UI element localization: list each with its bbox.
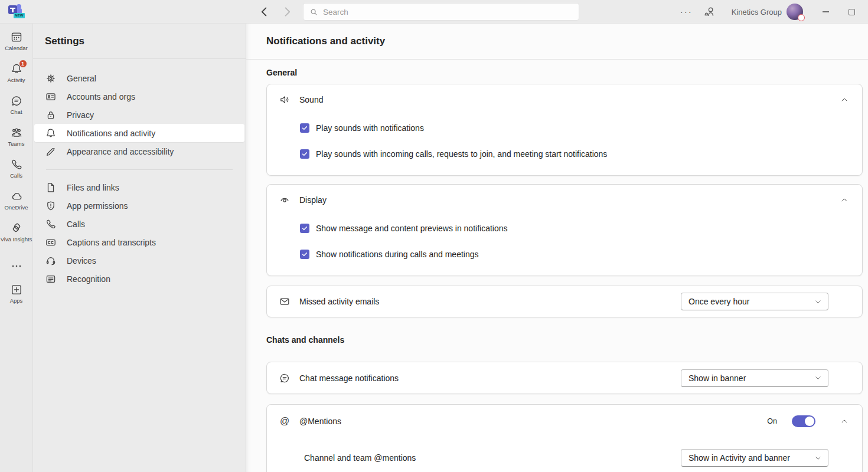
dropdown-value: Show in Activity and banner (688, 453, 814, 463)
sidebar-item-label: Appearance and accessibility (67, 147, 174, 156)
minimize-button[interactable] (812, 0, 838, 24)
back-button[interactable] (257, 5, 272, 19)
chat-icon (279, 372, 291, 384)
checkbox-row: Play sounds with incoming calls, request… (267, 141, 862, 167)
forward-button[interactable] (280, 5, 294, 19)
card-title: @Mentions (299, 417, 341, 426)
rail-item-onedrive[interactable]: OneDrive (0, 188, 33, 214)
teams-logo: NEW (8, 4, 26, 19)
sidebar-item-label: Notifications and activity (67, 129, 155, 138)
rail-item-label: Chat (10, 109, 22, 115)
toggle-knob (805, 417, 814, 426)
rail-item-activity[interactable]: 1 Activity (0, 60, 33, 87)
closed-captions-icon (45, 237, 57, 248)
channel-mentions-dropdown[interactable]: Show in Activity and banner (681, 449, 828, 467)
rail-item-label: Apps (10, 297, 23, 304)
chevron-down-icon (814, 374, 822, 382)
setting-label: Channel and team @mentions (304, 453, 681, 463)
mentions-card-header[interactable]: @ @Mentions On (267, 405, 862, 438)
lock-icon (45, 109, 57, 121)
display-card-header[interactable]: Display (267, 185, 862, 215)
viva-insights-icon (10, 222, 23, 235)
collapse-chevron-up-icon[interactable] (838, 94, 850, 106)
sidebar-item-app-permissions[interactable]: App permissions (34, 196, 244, 215)
sidebar-item-devices[interactable]: Devices (34, 251, 244, 270)
dropdown-value: Once every hour (688, 297, 814, 306)
rail-item-apps[interactable]: Apps (0, 281, 33, 307)
at-mention-icon: @ (279, 415, 291, 427)
rail-item-label: Activity (7, 77, 25, 83)
sidebar-item-privacy[interactable]: Privacy (34, 106, 244, 124)
maximize-button[interactable] (838, 0, 864, 24)
title-bar: NEW ··· Kinetics Group (0, 0, 868, 24)
checkbox-label: Play sounds with incoming calls, request… (316, 149, 607, 159)
avatar[interactable] (787, 4, 803, 20)
collapse-chevron-up-icon[interactable] (838, 415, 850, 427)
settings-content-pane: Notifications and activity General Sound… (246, 24, 868, 472)
sidebar-item-label: Privacy (67, 110, 94, 120)
app-rail: Calendar 1 Activity Chat Teams Calls One… (0, 24, 33, 472)
sidebar-item-appearance-and-accessibility[interactable]: Appearance and accessibility (34, 142, 244, 160)
cloud-icon (10, 190, 23, 203)
eye-icon (279, 194, 291, 206)
sidebar-item-captions-and-transcripts[interactable]: Captions and transcripts (34, 233, 244, 251)
rail-item-calendar[interactable]: Calendar (0, 28, 33, 55)
channel-team-mentions-row: Channel and team @mentions Show in Activ… (267, 448, 862, 467)
apps-plus-icon (10, 283, 23, 296)
search-input[interactable] (323, 8, 573, 17)
presence-badge (798, 14, 805, 21)
checkbox-checked[interactable] (300, 250, 309, 259)
rail-item-calls[interactable]: Calls (0, 156, 33, 182)
card-title: Sound (299, 95, 323, 104)
rail-more-apps-button[interactable] (0, 257, 33, 276)
person-alert-icon[interactable] (702, 4, 717, 19)
sidebar-item-label: General (67, 74, 96, 83)
checkbox-row: Play sounds with notifications (267, 115, 862, 141)
search-icon (309, 8, 318, 17)
activity-count-badge: 1 (19, 60, 27, 68)
sidebar-item-recognition[interactable]: Recognition (34, 270, 244, 288)
sidebar-item-notifications-and-activity[interactable]: Notifications and activity (34, 124, 244, 142)
phone-icon (45, 218, 57, 230)
shield-icon (45, 200, 57, 212)
new-badge: NEW (14, 13, 25, 18)
phone-icon (10, 158, 23, 171)
chevron-down-icon (814, 454, 822, 462)
rail-item-viva-insights[interactable]: Viva Insights (0, 219, 33, 246)
search-bar[interactable] (303, 3, 579, 21)
sidebar-item-label: App permissions (67, 201, 128, 211)
collapse-chevron-up-icon[interactable] (838, 194, 850, 206)
card-title: Chat message notifications (299, 373, 399, 383)
missed-emails-dropdown[interactable]: Once every hour (681, 293, 828, 310)
bell-icon: 1 (10, 63, 23, 76)
sidebar-item-accounts-and-orgs[interactable]: Accounts and orgs (34, 87, 244, 106)
checkmark-icon (302, 125, 308, 131)
chat-icon (10, 94, 23, 107)
chat-notifications-dropdown[interactable]: Show in banner (681, 369, 828, 387)
checkbox-checked[interactable] (300, 123, 309, 133)
section-header-chats-and-channels: Chats and channels (266, 335, 863, 345)
calendar-icon (10, 31, 23, 44)
mentions-toggle-on[interactable] (792, 415, 815, 427)
rail-item-label: Teams (8, 140, 25, 147)
settings-sidebar: Settings General Accounts and orgs Priva… (33, 24, 246, 472)
sidebar-item-general[interactable]: General (34, 69, 244, 87)
rail-item-chat[interactable]: Chat (0, 92, 33, 119)
checkbox-checked[interactable] (300, 149, 309, 159)
sound-card-header[interactable]: Sound (267, 84, 862, 115)
sidebar-item-files-and-links[interactable]: Files and links (34, 178, 244, 196)
note-icon (45, 273, 57, 285)
id-card-icon (45, 91, 57, 103)
sidebar-item-label: Files and links (67, 183, 119, 192)
pen-sparkle-icon (45, 146, 57, 158)
sidebar-item-calls[interactable]: Calls (34, 215, 244, 233)
checkbox-label: Play sounds with notifications (316, 123, 424, 133)
sound-card: Sound Play sounds with notifications Pla… (266, 84, 863, 176)
checkbox-checked[interactable] (300, 224, 309, 233)
settings-title: Settings (45, 35, 84, 47)
more-options-button[interactable]: ··· (680, 9, 693, 15)
rail-item-label: Calls (10, 172, 22, 179)
speaker-icon (279, 94, 291, 106)
org-name[interactable]: Kinetics Group (732, 8, 782, 17)
rail-item-teams[interactable]: Teams (0, 124, 33, 150)
